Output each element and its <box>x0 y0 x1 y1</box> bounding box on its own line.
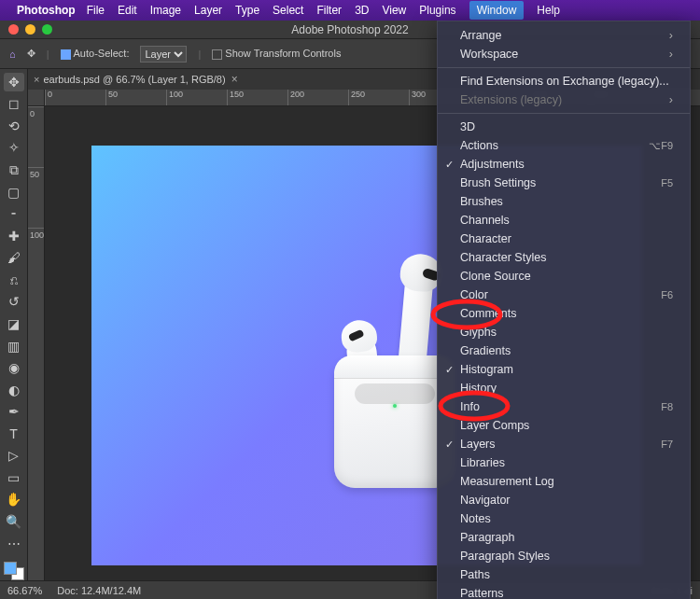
tool-hand[interactable]: ✋ <box>4 491 24 509</box>
menu-item-layers[interactable]: ✓LayersF7 <box>438 435 690 453</box>
tool-move[interactable]: ✥ <box>4 73 24 91</box>
close-window-button[interactable] <box>8 24 19 35</box>
home-icon[interactable]: ⌂ <box>9 49 16 60</box>
menu-item-character-styles[interactable]: Character Styles <box>438 248 690 267</box>
show-transform-checkbox[interactable]: Show Transform Controls <box>212 48 341 60</box>
tool-pen[interactable]: ✒ <box>4 402 24 421</box>
tool-zoom[interactable]: 🔍 <box>4 512 24 531</box>
tool-marquee[interactable]: ◻ <box>4 95 24 114</box>
app-name[interactable]: Photoshop <box>17 4 76 17</box>
menu-item-notes[interactable]: Notes <box>438 509 690 528</box>
menu-layer[interactable]: Layer <box>194 4 222 17</box>
window-title: Adobe Photoshop 2022 <box>291 23 408 36</box>
tool-edit-toolbar[interactable]: ⋯ <box>4 535 24 553</box>
tool-type[interactable]: T <box>4 425 24 443</box>
menu-plugins[interactable]: Plugins <box>419 4 455 17</box>
menu-window[interactable]: Window <box>469 1 525 20</box>
menu-image[interactable]: Image <box>150 4 181 17</box>
svg-point-1 <box>441 393 508 419</box>
tool-gradient[interactable]: ▥ <box>4 337 24 355</box>
tools-panel: ✥◻⟲✧⧉▢⁃✚🖌⎌↺◪▥◉◐✒T▷▭✋🔍⋯ <box>0 69 28 580</box>
macos-menubar: Photoshop FileEditImageLayerTypeSelectFi… <box>0 0 700 21</box>
maximize-window-button[interactable] <box>42 24 52 35</box>
menu-item-gradients[interactable]: Gradients <box>438 341 690 360</box>
menu-item-navigator[interactable]: Navigator <box>438 491 690 509</box>
highlight-circle-layers <box>429 299 504 330</box>
tool-crop[interactable]: ⧉ <box>4 160 24 179</box>
menu-item-extensions-legacy-: Extensions (legacy)› <box>438 91 690 109</box>
menu-item-brushes[interactable]: Brushes <box>438 192 690 211</box>
menu-item-arrange[interactable]: Arrange› <box>438 26 690 45</box>
doc-info[interactable]: Doc: 12.4M/12.4M <box>57 585 141 596</box>
menu-file[interactable]: File <box>87 4 105 17</box>
svg-point-0 <box>433 301 500 327</box>
tab-dirty-indicator: × <box>34 74 39 85</box>
menu-help[interactable]: Help <box>537 4 560 17</box>
menu-item-3d[interactable]: 3D <box>438 118 690 136</box>
tool-blur[interactable]: ◉ <box>4 358 24 377</box>
auto-select-checkbox[interactable]: Auto-Select: <box>61 48 130 60</box>
traffic-lights <box>8 24 52 35</box>
menu-item-channels[interactable]: Channels <box>438 211 690 230</box>
menu-item-adjustments[interactable]: ✓Adjustments <box>438 155 690 174</box>
ruler-corner <box>28 90 45 106</box>
menu-view[interactable]: View <box>382 4 406 17</box>
tool-heal[interactable]: ✚ <box>4 227 24 245</box>
menu-3d[interactable]: 3D <box>355 4 369 17</box>
menu-item-measurement-log[interactable]: Measurement Log <box>438 472 690 491</box>
tool-frame[interactable]: ▢ <box>4 183 24 202</box>
menu-item-find-extensions-on-exchange-legacy-[interactable]: Find Extensions on Exchange (legacy)... <box>438 72 690 91</box>
tool-dodge[interactable]: ◐ <box>4 381 24 399</box>
document-tab[interactable]: earbuds.psd @ 66.7% (Layer 1, RGB/8) <box>43 74 225 85</box>
tab-close-icon[interactable]: × <box>231 73 238 86</box>
menu-item-brush-settings[interactable]: Brush SettingsF5 <box>438 174 690 192</box>
menu-item-libraries[interactable]: Libraries <box>438 453 690 472</box>
tool-eyedrop[interactable]: ⁃ <box>4 204 24 223</box>
menu-item-patterns[interactable]: Patterns <box>438 584 690 599</box>
menu-filter[interactable]: Filter <box>316 4 342 17</box>
minimize-window-button[interactable] <box>25 24 35 35</box>
move-tool-icon[interactable]: ✥ <box>27 48 35 60</box>
tool-lasso[interactable]: ⟲ <box>4 117 24 135</box>
menu-item-clone-source[interactable]: Clone Source <box>438 267 690 286</box>
tool-eraser[interactable]: ◪ <box>4 314 24 333</box>
menu-select[interactable]: Select <box>273 4 303 17</box>
tool-path-sel[interactable]: ▷ <box>4 447 24 466</box>
menu-edit[interactable]: Edit <box>118 4 137 17</box>
menu-item-character[interactable]: Character <box>438 230 690 248</box>
menu-item-histogram[interactable]: ✓Histogram <box>438 360 690 379</box>
color-swatches[interactable] <box>4 562 24 580</box>
tool-stamp[interactable]: ⎌ <box>4 271 24 289</box>
menu-item-paths[interactable]: Paths <box>438 565 690 584</box>
menu-item-paragraph[interactable]: Paragraph <box>438 528 690 547</box>
auto-select-dropdown[interactable]: Layer <box>140 46 187 63</box>
menu-item-actions[interactable]: Actions⌥F9 <box>438 136 690 155</box>
tool-history-brush[interactable]: ↺ <box>4 293 24 312</box>
menu-type[interactable]: Type <box>235 4 259 17</box>
menu-item-paragraph-styles[interactable]: Paragraph Styles <box>438 547 690 565</box>
tool-wand[interactable]: ✧ <box>4 139 24 158</box>
zoom-level[interactable]: 66.67% <box>7 585 42 596</box>
highlight-circle-paths <box>437 390 511 422</box>
ruler-vertical[interactable]: 050100 <box>28 106 45 580</box>
tool-brush[interactable]: 🖌 <box>4 249 24 268</box>
tool-shape[interactable]: ▭ <box>4 468 24 487</box>
menu-item-workspace[interactable]: Workspace› <box>438 45 690 63</box>
